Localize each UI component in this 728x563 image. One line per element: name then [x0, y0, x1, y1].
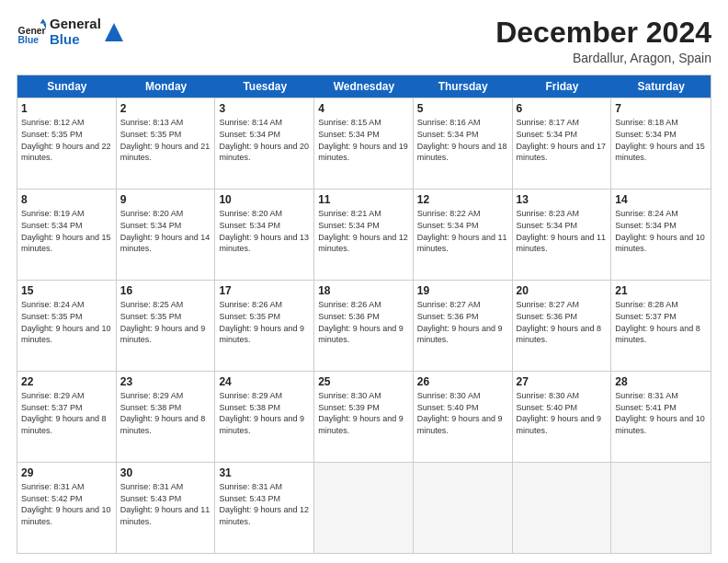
day-info: Sunrise: 8:26 AMSunset: 5:35 PMDaylight:… [219, 300, 304, 344]
day-info: Sunrise: 8:21 AMSunset: 5:34 PMDaylight:… [318, 209, 408, 253]
day-number: 17 [219, 283, 310, 298]
day-cell-10: 10Sunrise: 8:20 AMSunset: 5:34 PMDayligh… [215, 190, 314, 280]
day-info: Sunrise: 8:26 AMSunset: 5:36 PMDaylight:… [318, 300, 404, 344]
empty-cell [513, 463, 612, 553]
day-cell-4: 4Sunrise: 8:15 AMSunset: 5:34 PMDaylight… [314, 98, 414, 189]
day-cell-31: 31Sunrise: 8:31 AMSunset: 5:43 PMDayligh… [215, 463, 314, 553]
calendar-body: 1Sunrise: 8:12 AMSunset: 5:35 PMDaylight… [17, 98, 711, 553]
day-number: 26 [417, 374, 508, 389]
day-cell-27: 27Sunrise: 8:30 AMSunset: 5:40 PMDayligh… [513, 372, 612, 462]
day-cell-12: 12Sunrise: 8:22 AMSunset: 5:34 PMDayligh… [414, 190, 513, 280]
day-cell-21: 21Sunrise: 8:28 AMSunset: 5:37 PMDayligh… [611, 281, 711, 371]
day-info: Sunrise: 8:14 AMSunset: 5:34 PMDaylight:… [219, 118, 309, 162]
day-number: 15 [21, 283, 112, 298]
day-number: 8 [21, 192, 112, 207]
day-number: 25 [318, 374, 409, 389]
day-info: Sunrise: 8:31 AMSunset: 5:43 PMDaylight:… [120, 482, 210, 526]
day-info: Sunrise: 8:15 AMSunset: 5:34 PMDaylight:… [318, 118, 408, 162]
day-cell-26: 26Sunrise: 8:30 AMSunset: 5:40 PMDayligh… [414, 372, 513, 462]
day-info: Sunrise: 8:12 AMSunset: 5:35 PMDaylight:… [21, 118, 111, 162]
calendar: SundayMondayTuesdayWednesdayThursdayFrid… [17, 75, 711, 554]
week-row-4: 22Sunrise: 8:29 AMSunset: 5:37 PMDayligh… [17, 371, 711, 462]
day-cell-23: 23Sunrise: 8:29 AMSunset: 5:38 PMDayligh… [117, 372, 216, 462]
month-title: December 2024 [495, 17, 711, 49]
week-row-5: 29Sunrise: 8:31 AMSunset: 5:42 PMDayligh… [17, 462, 711, 553]
day-number: 1 [21, 101, 112, 116]
day-info: Sunrise: 8:30 AMSunset: 5:39 PMDaylight:… [318, 391, 404, 435]
header-day-saturday: Saturday [611, 75, 711, 98]
day-info: Sunrise: 8:18 AMSunset: 5:34 PMDaylight:… [615, 118, 705, 162]
title-block: December 2024 Bardallur, Aragon, Spain [495, 17, 711, 65]
day-info: Sunrise: 8:30 AMSunset: 5:40 PMDaylight:… [417, 391, 503, 435]
svg-text:General: General [18, 25, 46, 35]
day-cell-20: 20Sunrise: 8:27 AMSunset: 5:36 PMDayligh… [513, 281, 612, 371]
header-day-friday: Friday [513, 75, 612, 98]
day-info: Sunrise: 8:22 AMSunset: 5:34 PMDaylight:… [417, 209, 507, 253]
day-info: Sunrise: 8:27 AMSunset: 5:36 PMDaylight:… [417, 300, 503, 344]
logo-blue: Blue [50, 32, 101, 48]
day-cell-7: 7Sunrise: 8:18 AMSunset: 5:34 PMDaylight… [611, 98, 711, 189]
day-number: 28 [615, 374, 707, 389]
day-cell-13: 13Sunrise: 8:23 AMSunset: 5:34 PMDayligh… [513, 190, 612, 280]
day-number: 30 [120, 465, 211, 480]
header: General Blue General Blue December 2024 … [17, 17, 711, 65]
day-info: Sunrise: 8:23 AMSunset: 5:34 PMDaylight:… [517, 209, 607, 253]
day-number: 23 [120, 374, 211, 389]
day-cell-3: 3Sunrise: 8:14 AMSunset: 5:34 PMDaylight… [215, 98, 314, 189]
header-day-sunday: Sunday [17, 75, 117, 98]
day-number: 24 [219, 374, 310, 389]
day-number: 19 [417, 283, 508, 298]
day-number: 18 [318, 283, 409, 298]
day-info: Sunrise: 8:30 AMSunset: 5:40 PMDaylight:… [517, 391, 602, 435]
day-cell-25: 25Sunrise: 8:30 AMSunset: 5:39 PMDayligh… [314, 372, 414, 462]
day-number: 14 [615, 192, 707, 207]
calendar-header: SundayMondayTuesdayWednesdayThursdayFrid… [17, 75, 711, 98]
empty-cell [314, 463, 414, 553]
day-cell-16: 16Sunrise: 8:25 AMSunset: 5:35 PMDayligh… [117, 281, 216, 371]
day-info: Sunrise: 8:19 AMSunset: 5:34 PMDaylight:… [21, 209, 111, 253]
day-info: Sunrise: 8:31 AMSunset: 5:42 PMDaylight:… [21, 482, 111, 526]
day-cell-19: 19Sunrise: 8:27 AMSunset: 5:36 PMDayligh… [414, 281, 513, 371]
day-info: Sunrise: 8:16 AMSunset: 5:34 PMDaylight:… [417, 118, 507, 162]
day-info: Sunrise: 8:24 AMSunset: 5:34 PMDaylight:… [615, 209, 705, 253]
day-info: Sunrise: 8:17 AMSunset: 5:34 PMDaylight:… [517, 118, 607, 162]
logo: General Blue General Blue [17, 17, 123, 47]
location: Bardallur, Aragon, Spain [495, 51, 711, 65]
day-cell-30: 30Sunrise: 8:31 AMSunset: 5:43 PMDayligh… [117, 463, 216, 553]
day-info: Sunrise: 8:20 AMSunset: 5:34 PMDaylight:… [219, 209, 309, 253]
day-cell-29: 29Sunrise: 8:31 AMSunset: 5:42 PMDayligh… [17, 463, 117, 553]
day-info: Sunrise: 8:20 AMSunset: 5:34 PMDaylight:… [120, 209, 210, 253]
day-number: 22 [21, 374, 112, 389]
day-info: Sunrise: 8:13 AMSunset: 5:35 PMDaylight:… [120, 118, 210, 162]
day-number: 12 [417, 192, 508, 207]
day-cell-15: 15Sunrise: 8:24 AMSunset: 5:35 PMDayligh… [17, 281, 117, 371]
day-info: Sunrise: 8:29 AMSunset: 5:37 PMDaylight:… [21, 391, 107, 435]
day-number: 21 [615, 283, 707, 298]
header-day-wednesday: Wednesday [314, 75, 414, 98]
day-info: Sunrise: 8:24 AMSunset: 5:35 PMDaylight:… [21, 300, 111, 344]
day-number: 11 [318, 192, 409, 207]
day-cell-2: 2Sunrise: 8:13 AMSunset: 5:35 PMDaylight… [117, 98, 216, 189]
day-number: 9 [120, 192, 211, 207]
day-cell-1: 1Sunrise: 8:12 AMSunset: 5:35 PMDaylight… [17, 98, 117, 189]
day-cell-9: 9Sunrise: 8:20 AMSunset: 5:34 PMDaylight… [117, 190, 216, 280]
header-day-tuesday: Tuesday [215, 75, 314, 98]
day-cell-6: 6Sunrise: 8:17 AMSunset: 5:34 PMDaylight… [513, 98, 612, 189]
svg-marker-2 [40, 18, 46, 23]
day-number: 6 [517, 101, 608, 116]
day-cell-5: 5Sunrise: 8:16 AMSunset: 5:34 PMDaylight… [414, 98, 513, 189]
logo-general: General [50, 17, 101, 32]
day-info: Sunrise: 8:29 AMSunset: 5:38 PMDaylight:… [219, 391, 304, 435]
day-info: Sunrise: 8:31 AMSunset: 5:43 PMDaylight:… [219, 482, 309, 526]
day-cell-14: 14Sunrise: 8:24 AMSunset: 5:34 PMDayligh… [611, 190, 711, 280]
logo-triangle [105, 23, 123, 41]
day-number: 5 [417, 101, 508, 116]
header-day-monday: Monday [117, 75, 216, 98]
day-info: Sunrise: 8:28 AMSunset: 5:37 PMDaylight:… [615, 300, 700, 344]
svg-text:Blue: Blue [18, 35, 40, 45]
day-cell-18: 18Sunrise: 8:26 AMSunset: 5:36 PMDayligh… [314, 281, 414, 371]
day-cell-8: 8Sunrise: 8:19 AMSunset: 5:34 PMDaylight… [17, 190, 117, 280]
day-number: 16 [120, 283, 211, 298]
day-info: Sunrise: 8:25 AMSunset: 5:35 PMDaylight:… [120, 300, 206, 344]
day-number: 3 [219, 101, 310, 116]
